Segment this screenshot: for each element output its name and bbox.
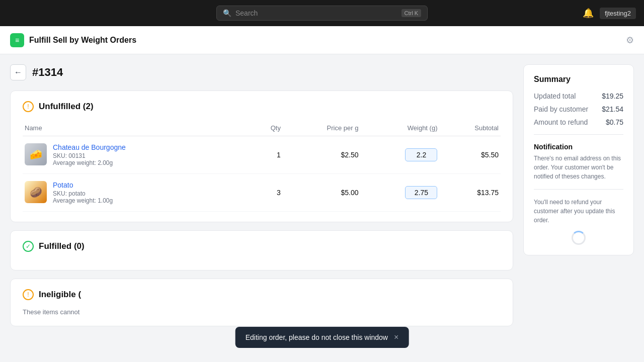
page-header: ≡ Fulfill Sell by Weight Orders ⚙ xyxy=(0,26,644,54)
toast-bar: Editing order, please do not close this … xyxy=(235,327,409,336)
unfulfilled-header: ! Unfulfilled (2) xyxy=(23,101,501,112)
col-qty: Qty xyxy=(252,120,283,136)
fulfilled-card: ✓ Fulfilled (0) xyxy=(10,230,513,270)
price-cell: $5.00 xyxy=(283,174,361,212)
spinner-wrap xyxy=(534,231,623,245)
ineligible-card: ! Ineligible ( These items cannot xyxy=(10,279,513,326)
product-cell: 🧀 Chateau de Bourgogne SKU: 00131 Averag… xyxy=(23,136,252,174)
product-name: Potato xyxy=(53,181,113,189)
app-icon: ≡ xyxy=(10,33,24,47)
table-row: 🥔 Potato SKU: potato Average weight: 1.0… xyxy=(23,174,501,212)
unfulfilled-table: Name Qty Price per g Weight (g) Subtotal… xyxy=(23,120,501,212)
product-img-wrap: 🧀 xyxy=(25,143,47,165)
col-name: Name xyxy=(23,120,252,136)
product-image: 🧀 xyxy=(25,143,47,165)
summary-row: Amount to refund $0.75 xyxy=(534,118,623,126)
product-sku: SKU: 00131 xyxy=(53,152,126,159)
summary-row: Updated total $19.25 xyxy=(534,92,623,100)
weight-cell[interactable] xyxy=(360,174,439,212)
fulfilled-header: ✓ Fulfilled (0) xyxy=(23,241,501,252)
product-cell: 🥔 Potato SKU: potato Average weight: 1.0… xyxy=(23,174,252,212)
right-column: Summary Updated total $19.25 Paid by cus… xyxy=(523,64,634,326)
summary-label: Amount to refund xyxy=(534,118,588,126)
order-header: ← #1314 xyxy=(10,64,513,80)
summary-value: $21.54 xyxy=(602,105,623,113)
col-weight: Weight (g) xyxy=(360,120,439,136)
fulfilled-icon: ✓ xyxy=(23,241,34,252)
user-badge: fjtesting2 xyxy=(600,8,636,19)
settings-icon[interactable]: ⚙ xyxy=(626,35,634,46)
notification-title: Notification xyxy=(534,143,623,151)
notification-box: Notification There's no email address on… xyxy=(534,134,623,181)
main-layout: ← #1314 ! Unfulfilled (2) Name Qty Price… xyxy=(0,54,644,336)
weight-input[interactable] xyxy=(405,186,437,199)
weight-cell[interactable] xyxy=(360,136,439,174)
summary-value: $19.25 xyxy=(602,92,623,100)
unfulfilled-title: Unfulfilled (2) xyxy=(39,102,94,112)
ineligible-icon: ! xyxy=(23,289,34,300)
refund-note: You'll need to refund your customer afte… xyxy=(534,189,623,225)
qty-cell: 1 xyxy=(252,136,283,174)
toast-message: Editing order, please do not close this … xyxy=(246,333,388,336)
page-title: Fulfill Sell by Weight Orders xyxy=(29,36,136,45)
left-column: ← #1314 ! Unfulfilled (2) Name Qty Price… xyxy=(10,64,513,326)
summary-label: Paid by customer xyxy=(534,105,588,113)
nav-right: 🔔 fjtesting2 xyxy=(583,8,636,19)
fulfilled-title: Fulfilled (0) xyxy=(39,241,85,251)
loading-spinner xyxy=(572,231,586,245)
col-subtotal: Subtotal xyxy=(439,120,501,136)
notification-text: There's no email address on this order. … xyxy=(534,154,623,181)
toast-close-button[interactable]: × xyxy=(394,333,398,336)
product-info: Chateau de Bourgogne SKU: 00131 Average … xyxy=(53,143,126,166)
summary-value: $0.75 xyxy=(606,118,623,126)
order-number: #1314 xyxy=(32,66,63,79)
search-icon: 🔍 xyxy=(223,9,231,17)
table-row: 🧀 Chateau de Bourgogne SKU: 00131 Averag… xyxy=(23,136,501,174)
summary-title: Summary xyxy=(534,75,623,84)
ineligible-title: Ineligible ( xyxy=(39,290,81,300)
product-avg-weight: Average weight: 2.00g xyxy=(53,159,126,166)
product-name: Chateau de Bourgogne xyxy=(53,143,126,151)
summary-card: Summary Updated total $19.25 Paid by cus… xyxy=(523,64,634,255)
search-bar[interactable]: 🔍 Ctrl K xyxy=(216,6,428,21)
product-image: 🥔 xyxy=(25,181,47,203)
back-button[interactable]: ← xyxy=(10,64,26,80)
bell-icon[interactable]: 🔔 xyxy=(583,8,594,19)
weight-input[interactable] xyxy=(405,148,437,161)
ineligible-header: ! Ineligible ( xyxy=(23,289,501,300)
product-info: Potato SKU: potato Average weight: 1.00g xyxy=(53,181,113,204)
qty-cell: 3 xyxy=(252,174,283,212)
ineligible-note: These items cannot xyxy=(23,308,501,316)
unfulfilled-icon: ! xyxy=(23,101,34,112)
subtotal-cell: $5.50 xyxy=(439,136,501,174)
search-shortcut: Ctrl K xyxy=(401,9,422,17)
price-cell: $2.50 xyxy=(283,136,361,174)
product-sku: SKU: potato xyxy=(53,190,113,197)
subtotal-cell: $13.75 xyxy=(439,174,501,212)
summary-label: Updated total xyxy=(534,92,576,100)
col-price: Price per g xyxy=(283,120,361,136)
top-navigation: 🔍 Ctrl K 🔔 fjtesting2 xyxy=(0,0,644,26)
search-input[interactable] xyxy=(235,9,397,17)
unfulfilled-card: ! Unfulfilled (2) Name Qty Price per g W… xyxy=(10,90,513,222)
product-img-wrap: 🥔 xyxy=(25,181,47,203)
summary-row: Paid by customer $21.54 xyxy=(534,105,623,113)
product-avg-weight: Average weight: 1.00g xyxy=(53,197,113,204)
